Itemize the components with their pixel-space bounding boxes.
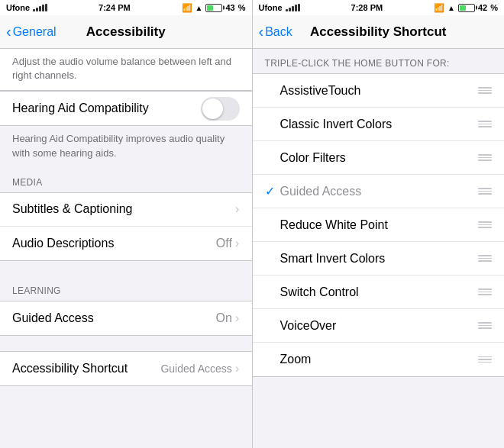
- hearing-aid-label: Hearing Aid Compatibility: [12, 102, 201, 115]
- left-back-chevron: ‹: [6, 24, 11, 39]
- right-battery-fill: [460, 5, 466, 11]
- left-status-bar: Ufone 7:24 PM 📶 ▲ 43%: [0, 0, 252, 15]
- switch-control-reorder[interactable]: [478, 288, 492, 295]
- accessibility-shortcut-item[interactable]: Accessibility Shortcut Guided Access ›: [0, 352, 252, 385]
- left-battery-icon: [205, 4, 222, 12]
- voiceover-reorder[interactable]: [478, 322, 492, 329]
- left-signal: [33, 4, 47, 11]
- shortcut-guided-access[interactable]: ✓ Guided Access: [253, 175, 505, 208]
- left-nav-title: Accessibility: [86, 24, 166, 40]
- left-nav-bar: ‹ General Accessibility: [0, 15, 252, 49]
- shortcut-assistivetouch[interactable]: AssistiveTouch: [253, 74, 505, 108]
- right-nav-bar: ‹ Back Accessibility Shortcut: [253, 15, 505, 49]
- guided-access-item[interactable]: Guided Access On ›: [0, 301, 252, 335]
- right-battery-icon: [458, 4, 475, 12]
- right-panel: Ufone 7:28 PM 📶 ▲ 42% ‹ Back Accessibili…: [253, 0, 505, 448]
- smart-invert-label: Smart Invert Colors: [280, 252, 479, 266]
- classic-invert-label: Classic Invert Colors: [280, 118, 479, 131]
- zoom-reorder[interactable]: [478, 356, 492, 363]
- voiceover-label: VoiceOver: [280, 319, 479, 333]
- shortcut-voiceover[interactable]: VoiceOver: [253, 309, 505, 343]
- hearing-desc: Hearing Aid Compatibility improves audio…: [0, 126, 252, 167]
- shortcut-reduce-white-point[interactable]: Reduce White Point: [253, 208, 505, 242]
- toggle-thumb: [202, 98, 223, 119]
- audio-desc-value: Off: [216, 237, 232, 250]
- left-time: 7:24 PM: [99, 3, 131, 12]
- left-location-icon: ▲: [195, 4, 203, 12]
- left-panel: Ufone 7:24 PM 📶 ▲ 43% ‹ General Accessib…: [0, 0, 252, 448]
- accessibility-shortcut-label: Accessibility Shortcut: [12, 362, 160, 375]
- subtitles-chevron: ›: [235, 201, 240, 217]
- learning-section-header: LEARNING: [0, 276, 252, 301]
- audio-desc-chevron: ›: [235, 236, 240, 251]
- switch-control-label: Switch Control: [280, 285, 479, 299]
- right-nav-title: Accessibility Shortcut: [310, 24, 447, 40]
- color-filters-reorder[interactable]: [478, 154, 492, 161]
- shortcut-zoom[interactable]: Zoom: [253, 343, 505, 376]
- classic-invert-reorder[interactable]: [478, 121, 492, 127]
- right-wifi-icon: 📶: [434, 3, 444, 13]
- media-section-header: MEDIA: [0, 168, 252, 192]
- left-back-label: General: [13, 25, 57, 39]
- learning-group: Guided Access On ›: [0, 301, 252, 336]
- hearing-aid-toggle[interactable]: [201, 97, 240, 121]
- color-filters-label: Color Filters: [280, 151, 479, 165]
- right-status-bar: Ufone 7:28 PM 📶 ▲ 42%: [253, 0, 505, 15]
- left-carrier: Ufone: [6, 3, 30, 12]
- left-back-button[interactable]: ‹ General: [6, 24, 57, 39]
- left-top-desc: Adjust the audio volume balance between …: [0, 49, 252, 91]
- left-scroll[interactable]: Adjust the audio volume balance between …: [0, 49, 252, 448]
- guided-access-check: ✓: [265, 184, 280, 198]
- audio-desc-item[interactable]: Audio Descriptions Off ›: [0, 227, 252, 260]
- reduce-white-point-label: Reduce White Point: [280, 218, 479, 232]
- shortcut-smart-invert[interactable]: Smart Invert Colors: [253, 242, 505, 276]
- subtitles-label: Subtitles & Captioning: [12, 202, 235, 216]
- right-back-chevron: ‹: [259, 24, 264, 39]
- triple-click-header: TRIPLE-CLICK THE HOME BUTTON FOR:: [253, 49, 505, 73]
- left-wifi-icon: 📶: [182, 3, 192, 13]
- right-location-icon: ▲: [447, 4, 455, 12]
- top-desc-text: Adjust the audio volume balance between …: [12, 55, 240, 82]
- right-carrier: Ufone: [259, 3, 283, 12]
- spacer1: [0, 261, 252, 276]
- guided-access-label: Guided Access: [12, 311, 215, 325]
- spacer2: [0, 336, 252, 351]
- hearing-aid-item: Hearing Aid Compatibility: [0, 92, 252, 125]
- shortcut-switch-control[interactable]: Switch Control: [253, 276, 505, 309]
- right-battery-pct: 42: [478, 3, 487, 12]
- right-back-label: Back: [265, 25, 292, 39]
- guided-access-value: On: [215, 311, 231, 325]
- accessibility-shortcut-chevron: ›: [235, 361, 240, 376]
- audio-desc-label: Audio Descriptions: [12, 237, 216, 250]
- shortcut-classic-invert[interactable]: Classic Invert Colors: [253, 108, 505, 141]
- media-group: Subtitles & Captioning › Audio Descripti…: [0, 192, 252, 261]
- hearing-group: Hearing Aid Compatibility: [0, 91, 252, 126]
- guided-access-shortcut-label: Guided Access: [280, 185, 479, 198]
- assistivetouch-label: AssistiveTouch: [280, 84, 479, 98]
- smart-invert-reorder[interactable]: [478, 255, 492, 262]
- right-back-button[interactable]: ‹ Back: [259, 24, 292, 39]
- left-battery-fill: [207, 5, 213, 11]
- left-battery-pct: 43: [225, 3, 234, 12]
- guided-access-chevron: ›: [235, 311, 240, 326]
- accessibility-shortcut-value: Guided Access: [160, 363, 231, 375]
- guided-access-reorder[interactable]: [478, 188, 492, 195]
- subtitles-item[interactable]: Subtitles & Captioning ›: [0, 193, 252, 227]
- right-signal: [286, 4, 300, 11]
- reduce-white-point-reorder[interactable]: [478, 221, 492, 228]
- shortcut-color-filters[interactable]: Color Filters: [253, 141, 505, 175]
- shortcut-list: AssistiveTouch Classic Invert Colors Col…: [253, 73, 505, 377]
- zoom-label: Zoom: [280, 353, 479, 366]
- assistivetouch-reorder[interactable]: [478, 87, 492, 94]
- right-time: 7:28 PM: [351, 3, 383, 12]
- shortcut-group: Accessibility Shortcut Guided Access ›: [0, 351, 252, 386]
